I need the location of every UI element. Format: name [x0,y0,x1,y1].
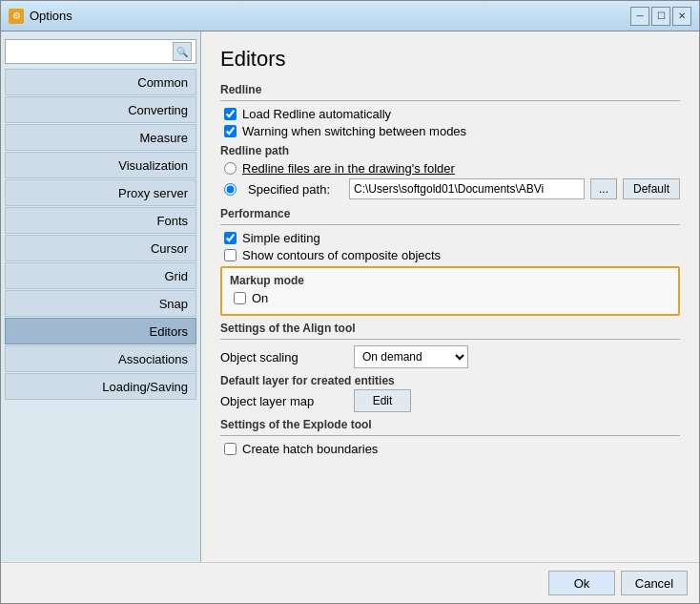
sidebar-item-grid[interactable]: Grid [5,262,196,289]
specified-path-label: Specified path: [248,182,343,197]
object-layer-label: Object layer map [220,394,354,408]
object-scaling-label: Object scaling [220,350,354,364]
window-title: Options [30,9,630,23]
sidebar-item-editors[interactable]: Editors [5,318,196,344]
markup-mode-box: Markup mode On [220,266,680,316]
maximize-button[interactable]: ☐ [651,7,670,26]
sidebar-item-proxy[interactable]: Proxy server [5,179,196,206]
sidebar-item-associations[interactable]: Associations [5,345,196,372]
warning-row: Warning when switching between modes [224,124,680,138]
minimize-button[interactable]: ─ [630,7,649,26]
close-button[interactable]: ✕ [672,7,691,26]
specified-path-radio[interactable] [224,183,237,196]
ok-button[interactable]: Ok [548,571,615,595]
show-contours-checkbox[interactable] [224,249,237,261]
sidebar-label-grid: Grid [164,269,188,283]
explode-tool-label: Settings of the Explode tool [220,418,680,431]
sidebar-label-proxy: Proxy server [118,186,188,200]
cancel-button[interactable]: Cancel [621,571,688,595]
specified-path-row: Specified path: ... Default [224,178,680,199]
edit-button[interactable]: Edit [354,389,411,412]
sidebar-item-fonts[interactable]: Fonts [5,207,196,234]
simple-editing-label: Simple editing [242,231,320,245]
object-scaling-select[interactable]: On demand Always Never [354,345,468,368]
sidebar-item-common[interactable]: Common [5,69,196,95]
load-redline-checkbox[interactable] [224,108,237,120]
align-divider [220,339,680,340]
footer: Ok Cancel [1,562,699,603]
performance-section-label: Performance [220,207,680,220]
sidebar-item-cursor[interactable]: Cursor [5,235,196,261]
options-window: ⚙ Options ─ ☐ ✕ 🔍 Common Converting Meas… [0,0,700,604]
redline-divider [220,100,680,101]
markup-mode-section-label: Markup mode [230,274,670,287]
panel-title: Editors [220,47,680,72]
sidebar-label-visualization: Visualization [118,158,188,173]
path-input[interactable] [349,178,585,199]
main-panel: Editors Redline Load Redline automatical… [201,31,699,562]
markup-on-label: On [252,291,268,305]
drawing-folder-text: Redline files are in the drawing's folde… [242,161,455,176]
browse-button[interactable]: ... [590,178,617,199]
sidebar-label-associations: Associations [118,352,188,366]
create-hatch-checkbox[interactable] [224,443,237,455]
content-area: 🔍 Common Converting Measure Visualizatio… [1,31,699,562]
redline-section-label: Redline [220,83,680,96]
warning-checkbox[interactable] [224,125,237,137]
markup-on-row: On [234,291,670,305]
sidebar-item-converting[interactable]: Converting [5,96,196,123]
sidebar-label-converting: Converting [128,103,188,117]
show-contours-row: Show contours of composite objects [224,248,680,262]
default-button[interactable]: Default [623,178,680,199]
performance-divider [220,224,680,225]
align-tool-label: Settings of the Align tool [220,322,680,335]
sidebar-label-cursor: Cursor [151,241,188,256]
search-icon-button[interactable]: 🔍 [173,42,192,61]
default-layer-section: Default layer for created entities Objec… [220,374,680,412]
sidebar-item-measure[interactable]: Measure [5,124,196,151]
default-layer-row: Object layer map Edit [220,389,680,412]
load-redline-row: Load Redline automatically [224,107,680,121]
app-icon: ⚙ [9,9,24,24]
titlebar-buttons: ─ ☐ ✕ [630,7,691,26]
explode-divider [220,435,680,436]
default-layer-title: Default layer for created entities [220,374,680,387]
create-hatch-row: Create hatch boundaries [224,442,680,456]
sidebar-label-common: Common [137,75,188,90]
search-container: 🔍 [5,39,196,64]
sidebar: 🔍 Common Converting Measure Visualizatio… [1,31,201,562]
sidebar-label-loading-saving: Loading/Saving [102,380,188,394]
create-hatch-label: Create hatch boundaries [242,442,378,456]
markup-on-checkbox[interactable] [234,292,246,304]
drawing-folder-row: Redline files are in the drawing's folde… [224,161,680,176]
redline-path-label: Redline path [220,144,680,157]
search-input[interactable] [10,45,173,58]
object-scaling-row: Object scaling On demand Always Never [220,345,680,368]
simple-editing-row: Simple editing [224,231,680,245]
sidebar-label-snap: Snap [159,297,188,311]
drawing-folder-label: Redline files are in the drawing's folde… [242,161,455,176]
drawing-folder-radio[interactable] [224,162,237,175]
sidebar-item-loading-saving[interactable]: Loading/Saving [5,373,196,400]
sidebar-item-snap[interactable]: Snap [5,290,196,317]
titlebar: ⚙ Options ─ ☐ ✕ [1,1,699,31]
simple-editing-checkbox[interactable] [224,232,237,244]
sidebar-label-measure: Measure [139,131,188,145]
load-redline-label: Load Redline automatically [242,107,391,121]
warning-label: Warning when switching between modes [242,124,466,138]
show-contours-label: Show contours of composite objects [242,248,441,262]
sidebar-label-fonts: Fonts [156,214,188,228]
sidebar-label-editors: Editors [150,324,188,339]
sidebar-item-visualization[interactable]: Visualization [5,152,196,178]
